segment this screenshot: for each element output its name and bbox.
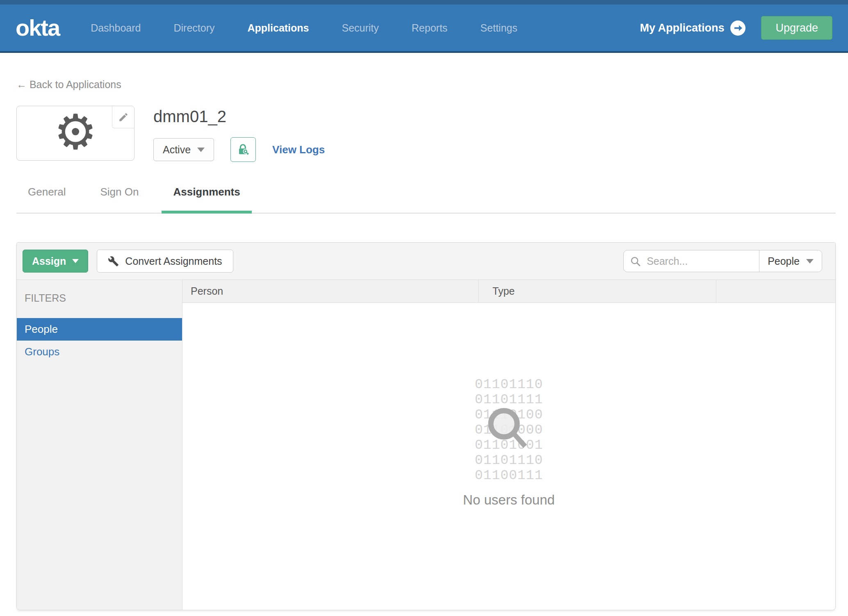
browser-chrome-strip [0, 0, 848, 5]
nav-item-directory[interactable]: Directory [173, 22, 214, 34]
lock-key-icon [237, 143, 250, 156]
filters-sidebar: FILTERS People Groups [17, 280, 182, 610]
edit-logo-button[interactable] [112, 106, 134, 128]
nav-item-security[interactable]: Security [342, 22, 379, 34]
column-header-person: Person [182, 280, 479, 302]
search-scope-label: People [768, 255, 800, 267]
column-header-type: Type [479, 280, 716, 302]
back-to-applications-link[interactable]: ← Back to Applications [16, 79, 121, 91]
search-group: People [623, 250, 822, 272]
upgrade-button[interactable]: Upgrade [761, 16, 832, 40]
assignments-table: Person Type 01101110 01101111 01110100 0… [182, 280, 835, 610]
filters-heading: FILTERS [17, 280, 182, 304]
nav-item-reports[interactable]: Reports [412, 22, 448, 34]
app-header: ⚙ dmm01_2 Active View Logs [16, 106, 848, 162]
arrow-right-circle-icon [730, 20, 745, 36]
sign-on-policy-button[interactable] [230, 137, 256, 162]
binary-line: 01100111 [475, 468, 543, 483]
assign-button-label: Assign [32, 255, 66, 267]
app-title: dmm01_2 [153, 107, 325, 126]
binary-line: 01101110 [475, 453, 543, 468]
assignments-toolbar: Assign Convert Assignments People [17, 243, 835, 280]
nav-item-applications[interactable]: Applications [247, 22, 309, 34]
primary-nav: Dashboard Directory Applications Securit… [91, 22, 517, 34]
gear-icon: ⚙ [54, 108, 97, 156]
tab-sign-on[interactable]: Sign On [89, 186, 150, 214]
assignments-panel: Assign Convert Assignments People [16, 242, 836, 610]
search-scope-dropdown[interactable]: People [759, 250, 822, 272]
binary-line: 01101111 [475, 392, 543, 407]
app-status-label: Active [163, 144, 191, 156]
app-controls: Active View Logs [153, 137, 325, 162]
panel-body: FILTERS People Groups Person Type 011011… [17, 280, 835, 610]
nav-right-group: My Applications Upgrade [640, 16, 832, 40]
app-header-right: dmm01_2 Active View Logs [153, 106, 325, 162]
app-tabs: General Sign On Assignments [16, 186, 836, 214]
convert-assignments-label: Convert Assignments [125, 255, 222, 267]
nav-item-dashboard[interactable]: Dashboard [91, 22, 141, 34]
binary-line: 01101110 [475, 377, 543, 392]
empty-state-message: No users found [463, 492, 555, 508]
top-navbar: okta Dashboard Directory Applications Se… [0, 5, 848, 53]
convert-assignments-button[interactable]: Convert Assignments [97, 250, 233, 273]
empty-state: 01101110 01101111 01110100 01101000 0110… [182, 303, 835, 610]
magnifier-icon [630, 256, 641, 267]
view-logs-link[interactable]: View Logs [272, 143, 325, 156]
table-header-row: Person Type [182, 280, 835, 303]
assign-button[interactable]: Assign [23, 250, 88, 273]
tab-assignments[interactable]: Assignments [162, 186, 251, 214]
pencil-icon [118, 112, 129, 123]
tab-general[interactable]: General [16, 186, 78, 214]
search-box [624, 250, 759, 272]
my-applications-label: My Applications [640, 22, 724, 34]
wrench-icon [108, 256, 119, 267]
filter-item-people[interactable]: People [17, 318, 182, 341]
column-header-actions [716, 280, 835, 302]
okta-logo[interactable]: okta [16, 16, 59, 39]
app-status-dropdown[interactable]: Active [153, 138, 214, 161]
magnifier-icon [486, 406, 534, 454]
chevron-down-icon [72, 259, 79, 263]
chevron-down-icon [197, 148, 205, 152]
app-logo-box: ⚙ [16, 106, 134, 161]
nav-item-settings[interactable]: Settings [480, 22, 517, 34]
search-input[interactable] [624, 250, 759, 272]
chevron-down-icon [806, 259, 814, 264]
filter-item-groups[interactable]: Groups [17, 341, 182, 363]
binary-art: 01101110 01101111 01110100 01101000 0110… [475, 377, 543, 483]
my-applications-link[interactable]: My Applications [640, 20, 745, 36]
filters-list: People Groups [17, 318, 182, 363]
